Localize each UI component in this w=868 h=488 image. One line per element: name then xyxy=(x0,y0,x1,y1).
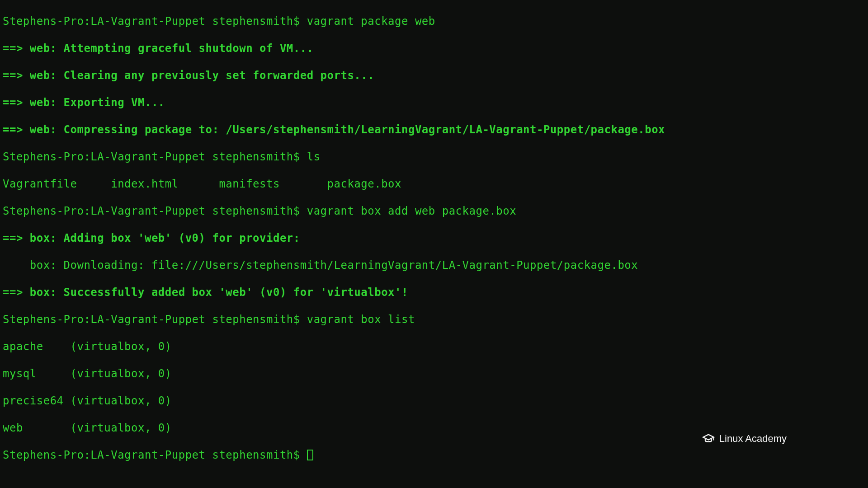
graduation-cap-icon xyxy=(702,432,715,445)
command-text: ls xyxy=(307,150,321,163)
terminal-line: mysql (virtualbox, 0) xyxy=(3,367,865,380)
terminal-line: ==> web: Clearing any previously set for… xyxy=(3,69,865,82)
terminal-line: Stephens-Pro:LA-Vagrant-Puppet stephensm… xyxy=(3,313,865,326)
terminal-line: ==> box: Successfully added box 'web' (v… xyxy=(3,286,865,299)
prompt-text: Stephens-Pro:LA-Vagrant-Puppet stephensm… xyxy=(3,449,307,461)
terminal-line: ==> web: Exporting VM... xyxy=(3,96,865,109)
terminal-line: precise64 (virtualbox, 0) xyxy=(3,394,865,408)
command-text: vagrant package web xyxy=(307,15,435,28)
watermark: Linux Academy xyxy=(702,432,787,445)
command-text: vagrant box list xyxy=(307,313,415,326)
terminal-line: Stephens-Pro:LA-Vagrant-Puppet stephensm… xyxy=(3,448,865,462)
terminal-line: Stephens-Pro:LA-Vagrant-Puppet stephensm… xyxy=(3,150,865,164)
terminal-line: ==> box: Adding box 'web' (v0) for provi… xyxy=(3,231,865,245)
prompt-text: Stephens-Pro:LA-Vagrant-Puppet stephensm… xyxy=(3,15,307,28)
terminal-line: Stephens-Pro:LA-Vagrant-Puppet stephensm… xyxy=(3,204,865,218)
terminal-window[interactable]: Stephens-Pro:LA-Vagrant-Puppet stephensm… xyxy=(0,0,868,476)
command-text: vagrant box add web package.box xyxy=(307,205,516,217)
prompt-text: Stephens-Pro:LA-Vagrant-Puppet stephensm… xyxy=(3,150,307,163)
terminal-line: apache (virtualbox, 0) xyxy=(3,340,865,353)
terminal-line: Stephens-Pro:LA-Vagrant-Puppet stephensm… xyxy=(3,14,865,28)
cursor-icon xyxy=(307,450,313,460)
terminal-line: ==> web: Compressing package to: /Users/… xyxy=(3,123,865,136)
watermark-text: Linux Academy xyxy=(719,433,787,445)
terminal-line: ==> web: Attempting graceful shutdown of… xyxy=(3,42,865,55)
prompt-text: Stephens-Pro:LA-Vagrant-Puppet stephensm… xyxy=(3,313,307,326)
terminal-line: Vagrantfile index.html manifests package… xyxy=(3,177,865,191)
prompt-text: Stephens-Pro:LA-Vagrant-Puppet stephensm… xyxy=(3,205,307,217)
terminal-line: box: Downloading: file:///Users/stephens… xyxy=(3,258,865,272)
